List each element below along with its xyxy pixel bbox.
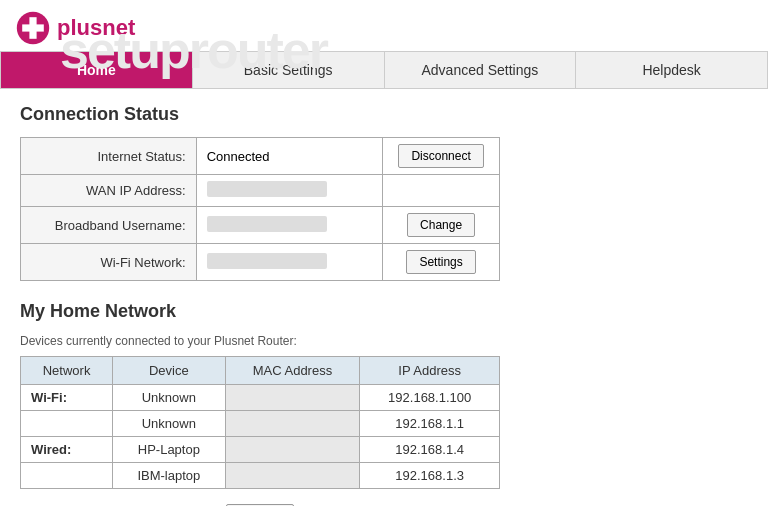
table-row: Wi-Fi Network: Settings — [21, 244, 500, 281]
device-3: IBM-laptop — [113, 463, 225, 489]
nav-home[interactable]: Home — [1, 52, 193, 88]
network-label-empty-0 — [21, 411, 113, 437]
network-label-wifi: Wi-Fi: — [21, 385, 113, 411]
col-ip: IP Address — [360, 357, 500, 385]
table-header-row: Network Device MAC Address IP Address — [21, 357, 500, 385]
wan-ip-blurred — [207, 181, 327, 197]
svg-rect-2 — [22, 24, 44, 31]
nav-helpdesk[interactable]: Helpdesk — [576, 52, 767, 88]
table-row: Internet Status: Connected Disconnect — [21, 138, 500, 175]
wifi-settings-button[interactable]: Settings — [406, 250, 475, 274]
col-device: Device — [113, 357, 225, 385]
mac-3 — [225, 463, 360, 489]
broadband-username-value — [196, 207, 383, 244]
table-row: Wi-Fi: Unknown 192.168.1.100 — [21, 385, 500, 411]
col-mac: MAC Address — [225, 357, 360, 385]
wifi-network-label: Wi-Fi Network: — [21, 244, 197, 281]
network-label-wired: Wired: — [21, 437, 113, 463]
home-network-title: My Home Network — [20, 301, 748, 322]
nav-basic-settings[interactable]: Basic Settings — [193, 52, 385, 88]
plusnet-logo-icon — [15, 10, 51, 46]
col-network: Network — [21, 357, 113, 385]
mac-0 — [225, 385, 360, 411]
mac-1 — [225, 411, 360, 437]
device-1: Unknown — [113, 411, 225, 437]
network-label-empty-1 — [21, 463, 113, 489]
table-row: WAN IP Address: — [21, 175, 500, 207]
device-0: Unknown — [113, 385, 225, 411]
ip-3: 192.168.1.3 — [360, 463, 500, 489]
wifi-network-value — [196, 244, 383, 281]
connection-status-table: Internet Status: Connected Disconnect WA… — [20, 137, 500, 281]
wan-ip-label: WAN IP Address: — [21, 175, 197, 207]
ip-1: 192.168.1.1 — [360, 411, 500, 437]
change-button[interactable]: Change — [407, 213, 475, 237]
disconnect-button[interactable]: Disconnect — [398, 144, 483, 168]
table-row: Broadband Username: Change — [21, 207, 500, 244]
table-row: IBM-laptop 192.168.1.3 — [21, 463, 500, 489]
settings-cell: Settings — [383, 244, 500, 281]
main-nav: Home Basic Settings Advanced Settings He… — [0, 51, 768, 89]
internet-status-label: Internet Status: — [21, 138, 197, 175]
table-row: Wired: HP-Laptop 192.168.1.4 — [21, 437, 500, 463]
table-row: Unknown 192.168.1.1 — [21, 411, 500, 437]
ip-2: 192.168.1.4 — [360, 437, 500, 463]
wifi-blurred — [207, 253, 327, 269]
change-cell: Change — [383, 207, 500, 244]
connection-status-title: Connection Status — [20, 104, 748, 125]
nav-advanced-settings[interactable]: Advanced Settings — [385, 52, 577, 88]
ip-0: 192.168.1.100 — [360, 385, 500, 411]
mac-2 — [225, 437, 360, 463]
broadband-blurred — [207, 216, 327, 232]
home-network-table: Network Device MAC Address IP Address Wi… — [20, 356, 500, 489]
internet-status-value: Connected — [196, 138, 383, 175]
home-network-subtitle: Devices currently connected to your Plus… — [20, 334, 748, 348]
broadband-username-label: Broadband Username: — [21, 207, 197, 244]
disconnect-cell: Disconnect — [383, 138, 500, 175]
wan-ip-action — [383, 175, 500, 207]
logo-text: plusnet — [57, 15, 135, 41]
wan-ip-value — [196, 175, 383, 207]
device-2: HP-Laptop — [113, 437, 225, 463]
